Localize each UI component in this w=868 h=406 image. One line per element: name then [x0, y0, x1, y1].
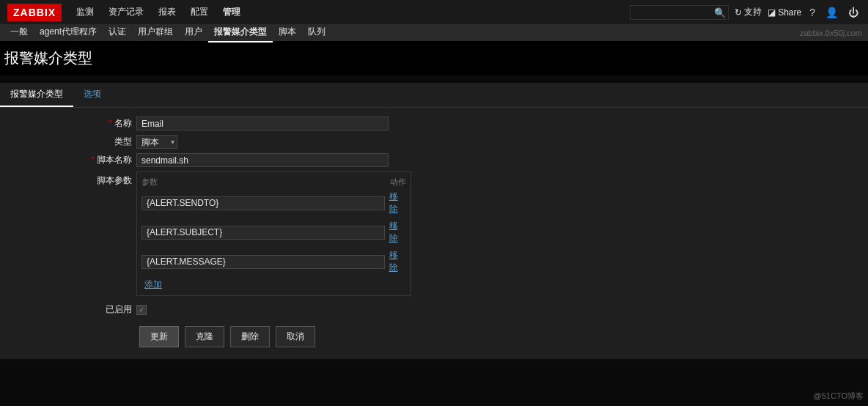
topnav-item-monitor[interactable]: 监测: [69, 0, 101, 24]
subnav-proxies[interactable]: agent代理程序: [34, 23, 103, 43]
name-input[interactable]: [136, 117, 389, 130]
tabs-wrap: 报警媒介类型 选项 * 名称 类型 脚本 ▾ * 脚本名称 脚本参数 参数 动作: [0, 83, 868, 359]
top-nav: ZABBIX 监测 资产记录 报表 配置 管理 🔍 ↻ 支持 ◪ Share ?…: [0, 0, 868, 24]
param-remove-1[interactable]: 移除: [389, 220, 406, 245]
subnav-auth[interactable]: 认证: [103, 23, 132, 43]
scriptname-input[interactable]: [136, 153, 389, 167]
enabled-label: 已启用: [0, 303, 136, 316]
support-link[interactable]: ↻ 支持: [735, 6, 762, 18]
subnav-items: 一般 agent代理程序 认证 用户群组 用户 报警媒介类型 脚本 队列: [4, 23, 800, 43]
topnav-items: 监测 资产记录 报表 配置 管理: [69, 0, 630, 24]
sub-nav: 一般 agent代理程序 认证 用户群组 用户 报警媒介类型 脚本 队列 zab…: [0, 24, 868, 41]
type-label: 类型: [0, 136, 136, 148]
page-title: 报警媒介类型: [0, 41, 868, 75]
row-scriptname: * 脚本名称: [0, 153, 868, 167]
watermark: @51CTO博客: [814, 391, 864, 402]
topnav-item-inventory[interactable]: 资产记录: [101, 0, 151, 24]
name-label: * 名称: [0, 117, 136, 130]
param-input-0[interactable]: [141, 196, 385, 210]
help-icon[interactable]: ?: [807, 7, 817, 18]
param-row: 移除: [141, 220, 406, 245]
share-label: Share: [778, 7, 801, 18]
subnav-users[interactable]: 用户: [179, 23, 208, 43]
param-input-2[interactable]: [141, 255, 385, 269]
clone-button[interactable]: 克隆: [185, 326, 224, 347]
support-label: 支持: [744, 6, 762, 18]
type-select-wrap: 脚本 ▾: [136, 135, 177, 149]
enabled-checkbox[interactable]: ✓: [136, 305, 147, 315]
params-box: 参数 动作 移除 移除 移除 添加: [136, 171, 411, 296]
topnav-item-report[interactable]: 报表: [151, 0, 183, 24]
type-select[interactable]: 脚本: [136, 135, 177, 149]
buttons: 更新 克隆 删除 取消: [139, 326, 868, 347]
tab-options[interactable]: 选项: [73, 83, 111, 107]
update-button[interactable]: 更新: [139, 326, 179, 347]
params-header-param: 参数: [141, 177, 158, 188]
tab-mediatype[interactable]: 报警媒介类型: [0, 83, 73, 107]
subnav-usergroups[interactable]: 用户群组: [132, 23, 179, 43]
topnav-item-config[interactable]: 配置: [183, 0, 216, 24]
row-type: 类型 脚本 ▾: [0, 135, 868, 149]
params-header-action: 动作: [390, 177, 406, 188]
search-wrap: 🔍: [630, 5, 729, 20]
power-icon[interactable]: ⏻: [846, 7, 861, 18]
topnav-right: 🔍 ↻ 支持 ◪ Share ? 👤 ⏻: [630, 5, 861, 20]
subnav-scripts[interactable]: 脚本: [273, 23, 302, 43]
param-remove-0[interactable]: 移除: [389, 191, 406, 215]
support-icon: ↻: [735, 7, 742, 18]
form-area: * 名称 类型 脚本 ▾ * 脚本名称 脚本参数 参数 动作 移除: [0, 108, 868, 359]
search-icon[interactable]: 🔍: [714, 7, 726, 18]
row-enabled: 已启用 ✓: [0, 303, 868, 316]
params-header: 参数 动作: [141, 177, 406, 188]
subnav-queue[interactable]: 队列: [302, 23, 331, 43]
share-link[interactable]: ◪ Share: [768, 7, 801, 18]
delete-button[interactable]: 删除: [230, 326, 270, 347]
param-input-1[interactable]: [141, 226, 385, 240]
logo[interactable]: ZABBIX: [7, 4, 62, 21]
param-row: 移除: [141, 191, 406, 215]
scriptname-label: * 脚本名称: [0, 154, 136, 166]
param-remove-2[interactable]: 移除: [389, 249, 406, 274]
user-icon[interactable]: 👤: [823, 7, 840, 18]
row-name: * 名称: [0, 117, 868, 130]
subnav-mediatypes[interactable]: 报警媒介类型: [208, 23, 273, 43]
share-icon: ◪: [768, 7, 776, 18]
param-row: 移除: [141, 249, 406, 274]
params-label: 脚本参数: [0, 171, 136, 187]
row-params: 脚本参数 参数 动作 移除 移除 移除 添加: [0, 171, 868, 296]
cancel-button[interactable]: 取消: [276, 326, 315, 347]
subnav-general[interactable]: 一般: [4, 23, 34, 43]
breadcrumb: zabbix.0x50j.com: [800, 29, 862, 37]
tabs: 报警媒介类型 选项: [0, 83, 868, 108]
topnav-item-admin[interactable]: 管理: [216, 0, 248, 24]
param-add-link[interactable]: 添加: [144, 279, 162, 289]
